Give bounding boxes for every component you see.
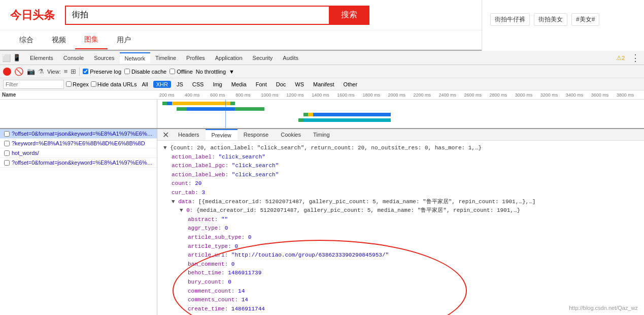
warn-count: 2 bbox=[622, 55, 625, 61]
warn-icon: ⚠ bbox=[616, 54, 622, 61]
tab-console[interactable]: Console bbox=[58, 53, 89, 63]
req-item-2[interactable]: ?keyword=%E8%A1%97%E6%8B%8D%E6%8B%8D bbox=[0, 139, 157, 148]
req-name-3: hot_words/ bbox=[12, 150, 39, 156]
throttle-select[interactable]: No throttling bbox=[196, 69, 226, 75]
data-0-arrow[interactable]: ▼ bbox=[180, 207, 183, 213]
nav-tab-视频[interactable]: 视频 bbox=[43, 32, 75, 49]
search-button[interactable]: 搜索 bbox=[329, 6, 369, 25]
preserve-log-checkbox[interactable]: Preserve log bbox=[83, 69, 121, 75]
field-bury-count: bury_count: 0 bbox=[188, 278, 638, 287]
filter-manifest-btn[interactable]: Manifest bbox=[310, 80, 338, 88]
field-comments-count: comments_count: 14 bbox=[188, 296, 638, 305]
related-tag-1[interactable]: 街拍牛仔裤 bbox=[490, 13, 530, 26]
offline-checkbox[interactable]: Offline bbox=[170, 69, 193, 75]
req-item-3[interactable]: hot_words/ bbox=[0, 148, 157, 158]
req-name-1: ?offset=0&format=json&keyword=%E8%A1%97%… bbox=[12, 131, 155, 137]
tab-timeline[interactable]: Timeline bbox=[150, 53, 181, 63]
detail-tab-preview[interactable]: Preview bbox=[206, 129, 238, 140]
tab-elements[interactable]: Elements bbox=[25, 53, 58, 63]
main-content: ?offset=0&format=json&keyword=%E8%A1%97%… bbox=[0, 129, 644, 315]
timeline-header: Name 200 ms 400 ms 600 ms 800 ms 1000 ms… bbox=[0, 90, 644, 100]
nav-tab-用户[interactable]: 用户 bbox=[108, 32, 140, 49]
tab-audits[interactable]: Audits bbox=[278, 53, 303, 63]
filter-xhr-btn[interactable]: XHR bbox=[153, 81, 171, 88]
field-article-url: article_url: "http://toutiao.com/group/6… bbox=[188, 251, 638, 260]
detail-close-btn[interactable]: ✕ bbox=[159, 130, 172, 140]
filter-media-btn[interactable]: Media bbox=[228, 80, 250, 88]
view-label: View: bbox=[47, 69, 61, 75]
field-aggr-type: aggr_type: 0 bbox=[188, 224, 638, 233]
network-toolbar: 🚫 📷 ⚗ View: ≡ ⊞ Preserve log Disable cac… bbox=[0, 65, 644, 78]
tab-profiles[interactable]: Profiles bbox=[181, 53, 210, 63]
field-action-label-web: action_label_web: "click_search" bbox=[172, 171, 638, 180]
related-tag-2[interactable]: 街拍美女 bbox=[534, 13, 567, 26]
dt-cursor-icon: ⬜ bbox=[2, 54, 11, 62]
filter-bar: Regex Hide data URLs All XHR JS CSS Img … bbox=[0, 78, 644, 90]
devtools-panel: ⬜ 📱 Elements Console Sources Network Tim… bbox=[0, 50, 644, 315]
detail-tab-timing[interactable]: Timing bbox=[307, 130, 336, 140]
data-arrow[interactable]: ▼ bbox=[172, 199, 175, 205]
json-root: ▼ {count: 20, action_label: "click_searc… bbox=[163, 144, 638, 153]
field-action-label: action_label: "click_search" bbox=[172, 153, 638, 162]
watermark: http://blog.csdn.net/Qaz_wz bbox=[569, 305, 638, 311]
filter-font-btn[interactable]: Font bbox=[252, 80, 270, 88]
related-tag-3[interactable]: #美女# bbox=[571, 13, 599, 26]
request-list: ?offset=0&format=json&keyword=%E8%A1%97%… bbox=[0, 129, 157, 315]
dt-mobile-icon[interactable]: 📱 bbox=[13, 54, 21, 61]
field-action-label-pgc: action_label_pgc: "click_search" bbox=[172, 162, 638, 171]
disable-cache-checkbox[interactable]: Disable cache bbox=[124, 69, 166, 75]
filter-other-btn[interactable]: Other bbox=[340, 80, 361, 88]
detail-tab-cookies[interactable]: Cookies bbox=[275, 130, 307, 140]
detail-tab-response[interactable]: Response bbox=[238, 130, 275, 140]
field-article-type: article_type: 0 bbox=[188, 242, 638, 251]
tab-network[interactable]: Network bbox=[120, 52, 150, 64]
related-search-panel: 街拍牛仔裤 街拍美女 #美女# bbox=[482, 0, 644, 51]
filter-all-btn[interactable]: All bbox=[139, 80, 151, 88]
json-viewer: ▼ {count: 20, action_label: "click_searc… bbox=[157, 141, 644, 315]
nav-tab-综合[interactable]: 综合 bbox=[10, 32, 43, 49]
field-behot-time: behot_time: 1486911739 bbox=[188, 269, 638, 278]
filter-input[interactable] bbox=[3, 80, 64, 89]
tab-application[interactable]: Application bbox=[210, 53, 248, 63]
field-data-0: ▼ 0: {media_creator_id: 51202071487, gal… bbox=[180, 206, 638, 215]
clear-btn[interactable]: 🚫 bbox=[14, 68, 24, 75]
root-summary: {count: 20, action_label: "click_search"… bbox=[170, 145, 482, 151]
site-logo: 今日头条 bbox=[10, 8, 55, 23]
view-large-btn[interactable]: ⊞ bbox=[71, 68, 76, 75]
filter-doc-btn[interactable]: Doc bbox=[273, 80, 290, 88]
throttle-arrow[interactable]: ▼ bbox=[229, 69, 234, 75]
field-count: count: 20 bbox=[172, 179, 638, 188]
devtools-menu-btn[interactable]: ⋮ bbox=[629, 52, 642, 64]
request-detail: ✕ Headers Preview Response Cookies Timin… bbox=[157, 129, 644, 315]
search-input[interactable] bbox=[65, 6, 329, 25]
root-arrow[interactable]: ▼ bbox=[163, 145, 167, 151]
field-cur-tab: cur_tab: 3 bbox=[172, 188, 638, 198]
capture-btn[interactable]: 📷 bbox=[27, 68, 35, 75]
field-abstract: abstract: "" bbox=[188, 215, 638, 225]
hide-data-urls-checkbox[interactable]: Hide data URLs bbox=[91, 81, 137, 87]
detail-tab-headers[interactable]: Headers bbox=[172, 130, 206, 140]
filter-ws-btn[interactable]: WS bbox=[291, 80, 308, 88]
tab-sources[interactable]: Sources bbox=[89, 53, 119, 63]
req-item-1[interactable]: ?offset=0&format=json&keyword=%E8%A1%97%… bbox=[0, 129, 157, 139]
devtools-tabbar: ⬜ 📱 Elements Console Sources Network Tim… bbox=[0, 51, 644, 65]
req-name-4: ?offset=0&format=json&keyword=%E8%A1%97%… bbox=[12, 160, 155, 166]
field-ban-comment: ban_comment: 0 bbox=[188, 260, 638, 269]
regex-checkbox[interactable]: Regex bbox=[66, 81, 89, 87]
field-article-sub-type: article_sub_type: 0 bbox=[188, 233, 638, 242]
view-list-btn[interactable]: ≡ bbox=[64, 68, 68, 75]
waterfall-visualization bbox=[0, 100, 644, 129]
filter-css-btn[interactable]: CSS bbox=[189, 80, 208, 88]
nav-tab-图集[interactable]: 图集 bbox=[75, 31, 108, 49]
field-comment-count: comment_count: 14 bbox=[188, 287, 638, 296]
filter-toggle[interactable]: ⚗ bbox=[38, 68, 44, 75]
req-item-4[interactable]: ?offset=0&format=json&keyword=%E8%A1%97%… bbox=[0, 158, 157, 168]
field-data: ▼ data: [{media_creator_id: 51202071487,… bbox=[172, 198, 638, 207]
req-name-2: ?keyword=%E8%A1%97%E6%8B%8D%E6%8B%8D bbox=[12, 140, 145, 146]
record-btn[interactable] bbox=[3, 68, 11, 76]
filter-img-btn[interactable]: Img bbox=[209, 80, 225, 88]
tab-security[interactable]: Security bbox=[248, 53, 278, 63]
detail-tabbar: ✕ Headers Preview Response Cookies Timin… bbox=[157, 129, 644, 141]
filter-js-btn[interactable]: JS bbox=[173, 80, 187, 88]
